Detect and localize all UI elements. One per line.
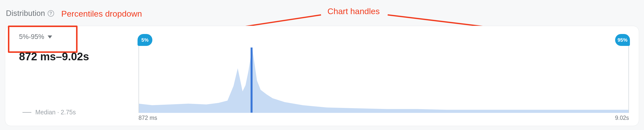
distribution-card: 5%-95% 872 ms–9.02s Median · 2.75s 5% 95…: [5, 26, 639, 126]
help-icon[interactable]: ?: [48, 10, 54, 17]
chart-handle-left[interactable]: 5%: [138, 34, 152, 46]
percentiles-dropdown-label: 5%-95%: [19, 33, 44, 41]
distribution-chart[interactable]: 5% 95% 872 ms 9.02s: [138, 36, 629, 113]
handle-line-right: [628, 46, 629, 113]
median-swatch-icon: [22, 112, 31, 113]
chart-handle-right[interactable]: 95%: [615, 34, 630, 46]
distribution-chart-svg: [138, 36, 629, 113]
handle-line-left: [138, 46, 139, 113]
x-axis-label-low: 872 ms: [138, 115, 157, 121]
median-legend: Median · 2.75s: [22, 109, 76, 116]
section-title-text: Distribution: [6, 9, 45, 18]
section-title: Distribution ?: [6, 9, 54, 18]
median-legend-text: Median · 2.75s: [35, 109, 76, 116]
chevron-down-icon: [48, 35, 52, 38]
x-axis-label-high: 9.02s: [615, 115, 629, 121]
range-display: 872 ms–9.02s: [19, 50, 89, 63]
percentiles-dropdown[interactable]: 5%-95%: [15, 32, 55, 42]
